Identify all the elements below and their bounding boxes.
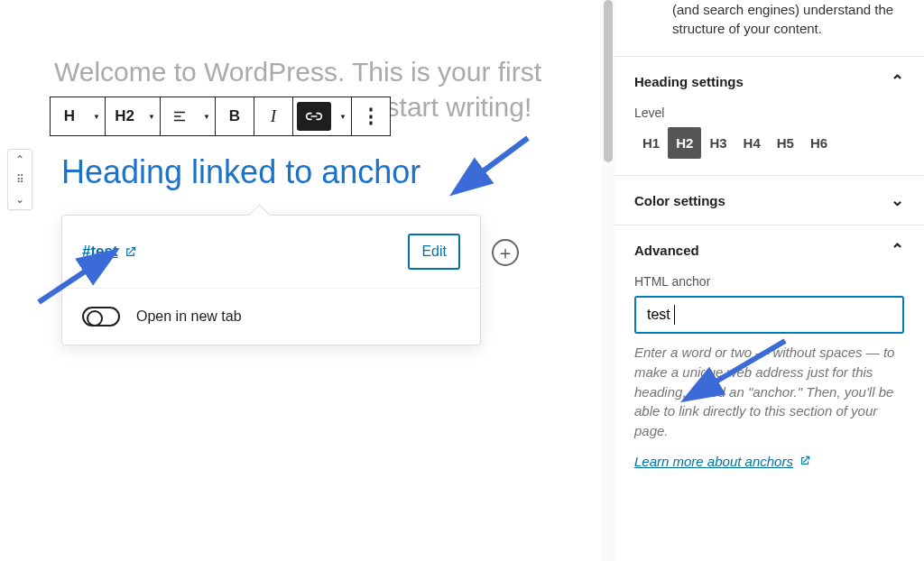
chevron-down-icon: ⌄ bbox=[891, 190, 904, 210]
chevron-up-icon: ⌃ bbox=[891, 71, 904, 91]
level-label: Level bbox=[634, 106, 904, 120]
editor-canvas: Welcome to WordPress. This is your first… bbox=[0, 0, 596, 561]
heading-settings-title: Heading settings bbox=[634, 74, 744, 89]
advanced-panel-toggle[interactable]: Advanced ⌃ bbox=[614, 225, 924, 274]
move-up-button[interactable]: ⌃ bbox=[8, 150, 32, 170]
chevron-up-icon: ⌃ bbox=[891, 240, 904, 260]
heading-level-group: H1 H2 H3 H4 H5 H6 bbox=[634, 127, 904, 159]
drag-handle[interactable]: ⠿ bbox=[8, 170, 32, 189]
level-h4[interactable]: H4 bbox=[735, 127, 769, 159]
external-link-icon bbox=[124, 245, 137, 259]
heading-description: (and search engines) understand the stru… bbox=[614, 0, 924, 56]
level-h6[interactable]: H6 bbox=[802, 127, 836, 159]
heading-settings-panel-toggle[interactable]: Heading settings ⌃ bbox=[614, 57, 924, 106]
move-down-button[interactable]: ⌄ bbox=[8, 189, 32, 209]
open-new-tab-toggle[interactable] bbox=[82, 307, 120, 326]
more-rich-text-dropdown[interactable]: ▼ bbox=[335, 97, 351, 135]
add-block-button[interactable]: ＋ bbox=[492, 239, 519, 266]
link-button[interactable] bbox=[297, 102, 331, 131]
bold-button[interactable]: B bbox=[216, 97, 254, 135]
color-settings-panel-toggle[interactable]: Color settings ⌄ bbox=[614, 176, 924, 225]
html-anchor-help: Enter a word or two — without spaces — t… bbox=[634, 343, 904, 441]
open-new-tab-label: Open in new tab bbox=[136, 308, 242, 325]
heading-block[interactable]: Heading linked to anchor bbox=[61, 153, 420, 191]
more-options-button[interactable]: ⋮ bbox=[352, 97, 390, 135]
align-button[interactable] bbox=[161, 97, 199, 135]
advanced-title: Advanced bbox=[634, 243, 699, 258]
block-type-button[interactable]: H bbox=[51, 97, 88, 135]
edit-link-button[interactable]: Edit bbox=[408, 234, 460, 270]
learn-more-text: Learn more about anchors bbox=[634, 454, 793, 469]
level-h2[interactable]: H2 bbox=[668, 127, 701, 159]
text-caret bbox=[674, 305, 675, 325]
settings-sidebar: (and search engines) understand the stru… bbox=[614, 0, 924, 561]
html-anchor-label: HTML anchor bbox=[634, 274, 904, 289]
level-h1[interactable]: H1 bbox=[634, 127, 668, 159]
heading-level-button[interactable]: H2 bbox=[106, 97, 143, 135]
external-link-icon bbox=[799, 455, 811, 467]
align-dropdown[interactable]: ▼ bbox=[199, 97, 215, 135]
link-popover: #test Edit Open in new tab bbox=[61, 215, 481, 345]
scrollbar-thumb[interactable] bbox=[604, 0, 613, 162]
block-type-dropdown[interactable]: ▼ bbox=[88, 97, 105, 135]
color-settings-title: Color settings bbox=[634, 193, 725, 208]
level-h3[interactable]: H3 bbox=[701, 127, 735, 159]
block-mover: ⌃ ⠿ ⌄ bbox=[7, 149, 32, 210]
level-h5[interactable]: H5 bbox=[769, 127, 802, 159]
block-toolbar: H ▼ H2 ▼ ▼ B I ▼ ⋮ bbox=[50, 97, 391, 136]
italic-button[interactable]: I bbox=[254, 97, 292, 135]
link-url[interactable]: #test bbox=[82, 243, 137, 261]
learn-more-link[interactable]: Learn more about anchors bbox=[634, 454, 811, 469]
link-url-text: #test bbox=[82, 243, 118, 261]
scrollbar-track[interactable] bbox=[602, 0, 614, 561]
heading-level-dropdown[interactable]: ▼ bbox=[143, 97, 160, 135]
